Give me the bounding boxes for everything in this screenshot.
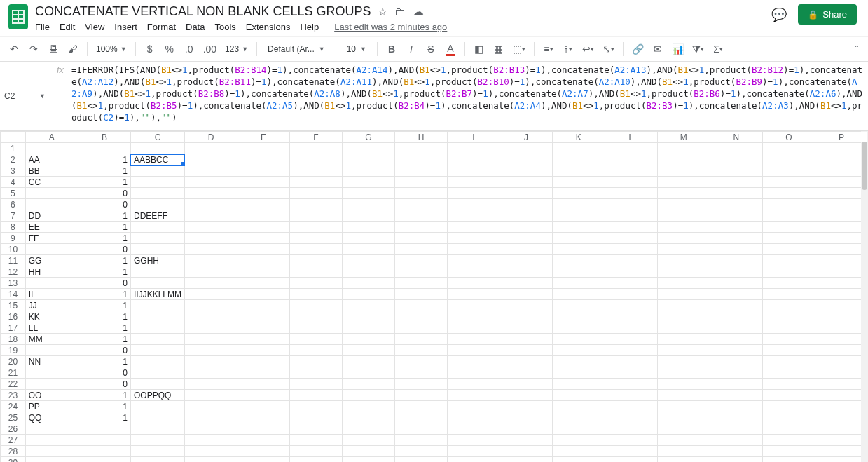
cell-P25[interactable]	[815, 412, 867, 423]
cell-O18[interactable]	[762, 334, 815, 345]
cell-I7[interactable]	[447, 210, 500, 222]
cell-F11[interactable]	[289, 255, 342, 266]
cell-F18[interactable]	[289, 334, 342, 345]
cell-B14[interactable]: 1	[78, 289, 130, 300]
cell-P10[interactable]	[815, 244, 867, 255]
cell-G23[interactable]	[342, 390, 394, 401]
cell-F8[interactable]	[289, 222, 342, 233]
last-edit-link[interactable]: Last edit was 2 minutes ago	[334, 22, 447, 32]
cell-H6[interactable]	[394, 199, 447, 210]
cell-F28[interactable]	[289, 446, 342, 457]
row-header-7[interactable]: 7	[1, 210, 26, 222]
halign-button[interactable]: ≡▾	[540, 40, 557, 58]
col-header-O[interactable]: O	[762, 132, 815, 143]
collapse-toolbar-button[interactable]: ˆ	[851, 44, 862, 55]
cell-C11[interactable]: GGHH	[130, 255, 184, 266]
cell-O5[interactable]	[762, 188, 815, 199]
cell-L10[interactable]	[605, 244, 657, 255]
cell-G19[interactable]	[342, 345, 394, 356]
cell-B9[interactable]: 1	[78, 233, 130, 244]
cell-I25[interactable]	[447, 412, 500, 423]
cell-M4[interactable]	[657, 177, 710, 188]
cell-E5[interactable]	[237, 188, 289, 199]
cell-B19[interactable]: 0	[78, 345, 130, 356]
cell-N24[interactable]	[710, 401, 762, 412]
cell-H12[interactable]	[394, 266, 447, 278]
cell-B4[interactable]: 1	[78, 177, 130, 188]
cell-N28[interactable]	[710, 446, 762, 457]
font-select[interactable]: Default (Ar...▼	[263, 42, 330, 56]
cell-G9[interactable]	[342, 233, 394, 244]
cell-I3[interactable]	[447, 165, 500, 177]
cell-P15[interactable]	[815, 300, 867, 311]
cell-P23[interactable]	[815, 390, 867, 401]
cell-N18[interactable]	[710, 334, 762, 345]
row-header-20[interactable]: 20	[1, 356, 26, 367]
cell-G28[interactable]	[342, 446, 394, 457]
cell-F29[interactable]	[289, 457, 342, 462]
cell-F9[interactable]	[289, 233, 342, 244]
cell-J14[interactable]	[500, 289, 552, 300]
row-header-14[interactable]: 14	[1, 289, 26, 300]
cell-M11[interactable]	[657, 255, 710, 266]
cell-M27[interactable]	[657, 435, 710, 446]
cell-G13[interactable]	[342, 278, 394, 289]
cell-N29[interactable]	[710, 457, 762, 462]
cell-M28[interactable]	[657, 446, 710, 457]
cell-J13[interactable]	[500, 278, 552, 289]
cell-D20[interactable]	[184, 356, 237, 367]
cell-K11[interactable]	[552, 255, 605, 266]
cell-C14[interactable]: IIJJKKLLMM	[130, 289, 184, 300]
cell-N7[interactable]	[710, 210, 762, 222]
cell-K1[interactable]	[552, 143, 605, 154]
sheet-scroll[interactable]: ABCDEFGHIJKLMNOP12AA1AABBCC3BB14CC150607…	[0, 131, 868, 462]
menu-view[interactable]: View	[85, 22, 104, 32]
cell-F6[interactable]	[289, 199, 342, 210]
cell-D1[interactable]	[184, 143, 237, 154]
row-header-19[interactable]: 19	[1, 345, 26, 356]
currency-button[interactable]: $	[142, 40, 158, 58]
cell-N22[interactable]	[710, 379, 762, 390]
cell-B27[interactable]	[78, 435, 130, 446]
cell-I9[interactable]	[447, 233, 500, 244]
cell-C3[interactable]	[130, 165, 184, 177]
row-header-28[interactable]: 28	[1, 446, 26, 457]
cell-E23[interactable]	[237, 390, 289, 401]
cell-N16[interactable]	[710, 311, 762, 322]
cell-F22[interactable]	[289, 379, 342, 390]
cell-J10[interactable]	[500, 244, 552, 255]
row-header-12[interactable]: 12	[1, 266, 26, 278]
cell-O16[interactable]	[762, 311, 815, 322]
cell-F25[interactable]	[289, 412, 342, 423]
cell-K28[interactable]	[552, 446, 605, 457]
cell-E14[interactable]	[237, 289, 289, 300]
cell-P2[interactable]	[815, 154, 867, 165]
cell-C25[interactable]	[130, 412, 184, 423]
cell-J20[interactable]	[500, 356, 552, 367]
cell-D23[interactable]	[184, 390, 237, 401]
cell-D13[interactable]	[184, 278, 237, 289]
cell-C24[interactable]	[130, 401, 184, 412]
col-header-M[interactable]: M	[657, 132, 710, 143]
cell-N10[interactable]	[710, 244, 762, 255]
cell-N4[interactable]	[710, 177, 762, 188]
cell-H24[interactable]	[394, 401, 447, 412]
move-icon[interactable]: 🗀	[394, 6, 406, 18]
cell-M5[interactable]	[657, 188, 710, 199]
cell-F14[interactable]	[289, 289, 342, 300]
cell-P19[interactable]	[815, 345, 867, 356]
cell-B11[interactable]: 1	[78, 255, 130, 266]
cell-B6[interactable]: 0	[78, 199, 130, 210]
cell-I20[interactable]	[447, 356, 500, 367]
redo-button[interactable]: ↷	[25, 40, 42, 58]
cell-M23[interactable]	[657, 390, 710, 401]
cell-B5[interactable]: 0	[78, 188, 130, 199]
cell-A3[interactable]: BB	[25, 165, 78, 177]
cell-C7[interactable]: DDEEFF	[130, 210, 184, 222]
cell-C18[interactable]	[130, 334, 184, 345]
cell-N3[interactable]	[710, 165, 762, 177]
cell-G5[interactable]	[342, 188, 394, 199]
cell-L21[interactable]	[605, 367, 657, 379]
cell-P24[interactable]	[815, 401, 867, 412]
cell-K5[interactable]	[552, 188, 605, 199]
